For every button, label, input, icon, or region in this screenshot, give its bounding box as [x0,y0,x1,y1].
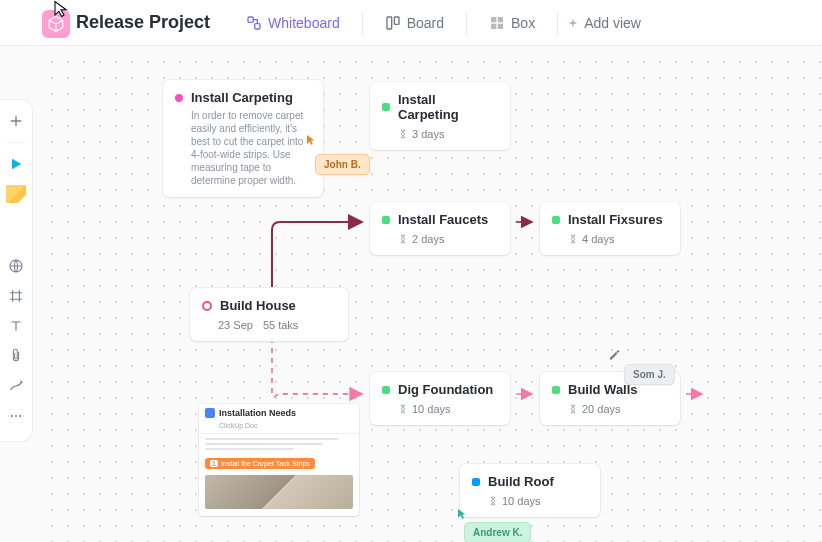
plus-icon [568,18,578,28]
card-title: Install Faucets [398,212,488,227]
card-install-carpeting-detail[interactable]: Install Carpeting In order to remove car… [163,80,323,197]
tab-whiteboard-label: Whiteboard [268,15,340,31]
svg-point-11 [19,415,21,417]
status-dot-icon [382,386,390,394]
status-dot-icon [472,478,480,486]
card-duration: 10 days [502,495,541,507]
play-tool[interactable] [5,153,27,175]
tab-separator [557,12,558,34]
doc-image-placeholder [205,475,353,509]
frame-tool[interactable] [5,285,27,307]
collab-cursor-label-john: John B. [315,154,370,175]
collab-cursor-icon [456,506,468,518]
board-icon [385,15,401,31]
tool-rail [0,100,32,441]
card-duration: 2 days [412,233,444,245]
doc-title: Installation Needs [219,408,296,418]
hourglass-icon [398,404,408,414]
sticky-note-icon [6,185,26,203]
svg-rect-3 [394,17,399,24]
status-dot-icon [552,386,560,394]
tab-separator [362,12,363,34]
card-duration: 4 days [582,233,614,245]
svg-rect-6 [491,23,496,28]
header: Release Project Whiteboard Board Box Add… [0,0,822,46]
svg-rect-1 [255,23,260,28]
svg-rect-7 [498,23,503,28]
box-icon [489,15,505,31]
page-title: Release Project [76,12,210,33]
card-title: Install Carpeting [191,90,293,105]
collab-cursor-icon [305,132,317,144]
card-tasks: 55 taks [263,319,298,331]
view-tabs: Whiteboard Board Box Add view [234,9,641,37]
collab-cursor-label-andrew: Andrew K. [464,522,531,542]
doc-body-lines [199,434,359,454]
card-install-faucets[interactable]: Install Faucets 2 days [370,202,510,255]
card-duration: 10 days [412,403,451,415]
tab-board[interactable]: Board [373,9,456,37]
svg-rect-2 [387,17,392,29]
hourglass-icon [488,496,498,506]
add-view-label: Add view [584,15,641,31]
cursor-icon [52,0,70,18]
svg-point-9 [11,415,13,417]
globe-tool[interactable] [5,255,27,277]
hourglass-icon [398,129,408,139]
doc-step-label: 1Install the Carpet Tack Strips [205,458,315,469]
doc-icon [205,408,215,418]
status-dot-icon [382,216,390,224]
collab-cursor-icon [608,346,620,358]
card-description: In order to remove carpet easily and eff… [191,109,311,187]
card-install-fixtures[interactable]: Install Fixsures 4 days [540,202,680,255]
card-duration: 20 days [582,403,621,415]
card-title: Build House [220,298,296,313]
status-dot-icon [552,216,560,224]
tab-separator [466,12,467,34]
svg-rect-5 [498,17,503,22]
svg-rect-0 [248,17,253,22]
connector-tool[interactable] [5,375,27,397]
card-duration: 3 days [412,128,444,140]
card-title: Install Carpeting [398,92,498,122]
hourglass-icon [398,234,408,244]
rail-separator [7,142,25,143]
card-build-roof[interactable]: Build Roof 10 days [460,464,600,517]
whiteboard-icon [246,15,262,31]
doc-preview[interactable]: Installation Needs ClickUp Doc 1Install … [199,404,359,516]
card-build-house[interactable]: Build House 23 Sep 55 taks [190,288,348,341]
doc-subtitle: ClickUp Doc [199,422,359,434]
svg-rect-4 [491,17,496,22]
svg-point-10 [15,415,17,417]
more-tools[interactable] [5,405,27,427]
card-date: 23 Sep [218,319,253,331]
collab-cursor-label-som: Som J. [624,364,675,385]
hourglass-icon [568,234,578,244]
sticky-note-tool[interactable] [5,183,27,205]
add-tool[interactable] [5,110,27,132]
attachment-tool[interactable] [5,345,27,367]
card-dig-foundation[interactable]: Dig Foundation 10 days [370,372,510,425]
hourglass-icon [568,404,578,414]
card-install-carpeting[interactable]: Install Carpeting 3 days [370,82,510,150]
card-title: Dig Foundation [398,382,493,397]
text-tool[interactable] [5,315,27,337]
tab-box-label: Box [511,15,535,31]
status-dot-icon [175,94,183,102]
status-dot-icon [382,103,390,111]
card-title: Build Roof [488,474,554,489]
add-view-button[interactable]: Add view [568,15,641,31]
status-dot-icon [202,301,212,311]
tab-whiteboard[interactable]: Whiteboard [234,9,352,37]
card-title: Install Fixsures [568,212,663,227]
tab-board-label: Board [407,15,444,31]
tab-box[interactable]: Box [477,9,547,37]
